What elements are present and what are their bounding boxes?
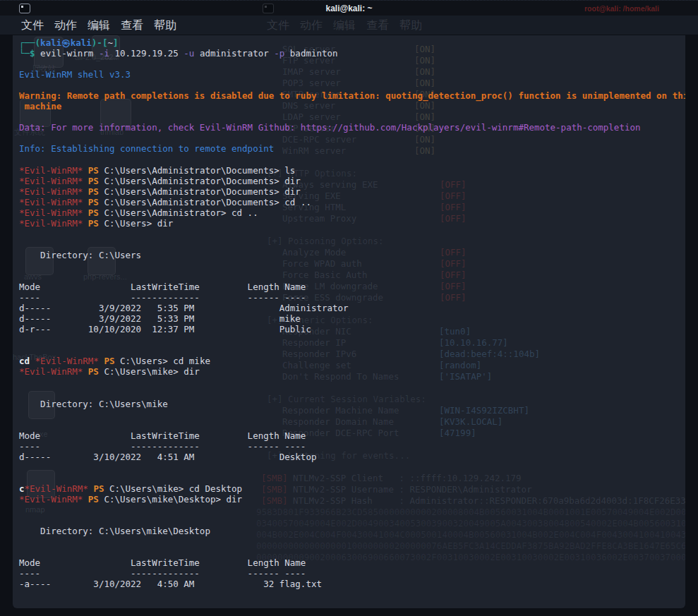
terminal-line: *Evil-WinRM* PS C:\Users\mike> dir (19, 366, 682, 377)
terminal-line: cd *Evil-WinRM* PS C:\Users> cd mike (19, 356, 682, 366)
terminal-line: Mode LastWriteTime Length Name (19, 557, 682, 568)
terminal-line (19, 547, 682, 557)
terminal-line: -a---- 3/10/2022 4:50 AM 32 flag.txt (19, 579, 682, 589)
terminal-line (19, 388, 682, 399)
menu-item-2[interactable]: 编辑 (88, 18, 110, 33)
terminal-line (19, 473, 682, 483)
terminal-line: Directory: C:\Users (19, 250, 682, 260)
menu-bg: 文件动作编辑查看帮助 (267, 18, 422, 33)
menu-item-0: 文件 (267, 18, 289, 33)
terminal-line: Directory: C:\Users\mike (19, 399, 682, 409)
terminal-line (19, 505, 682, 515)
terminal-line: *Evil-WinRM* PS C:\Users\Administrator\D… (19, 197, 682, 207)
desktop-screen: kali@kali: ~ root@kali: /home/kali 文件动作编… (0, 0, 698, 616)
terminal-line: d----- 3/9/2022 5:35 PM Administrator (19, 303, 682, 313)
terminal-output: ┌──(kali㉿kali)-[~]└─$ evil-winrm -i 10.1… (19, 37, 682, 589)
menu-item-3: 查看 (366, 18, 389, 33)
terminal-line: d-r--- 10/10/2020 12:37 PM Public (19, 324, 682, 334)
menu-item-2: 编辑 (333, 18, 356, 33)
terminal-line: *Evil-WinRM* PS C:\Users\Administrator\D… (19, 176, 682, 186)
terminal-line: Evil-WinRM shell v3.3 (19, 69, 682, 80)
terminal-line (19, 462, 682, 473)
terminal-line: Directory: C:\Users\mike\Desktop (19, 526, 682, 536)
terminal-menubar: 文件动作编辑查看帮助 文件动作编辑查看帮助 (0, 16, 698, 35)
terminal-line: *Evil-WinRM* PS C:\Users\Administrator\D… (19, 186, 682, 197)
terminal-window[interactable]: SQL server[ON]FTP server[ON]IMAP server[… (13, 35, 685, 608)
terminal-line (19, 155, 682, 165)
terminal-line: Info: Establishing connection to remote … (19, 143, 682, 154)
terminal-line (19, 133, 682, 143)
terminal-line: Mode LastWriteTime Length Name (19, 282, 682, 292)
terminal-line: *Evil-WinRM* PS C:\Users\Administrator\D… (19, 165, 682, 176)
terminal-line: *Evil-WinRM* PS C:\Users> dir (19, 218, 682, 229)
terminal-line (19, 345, 682, 356)
menu-item-1[interactable]: 动作 (54, 18, 77, 33)
terminal-line: *Evil-WinRM* PS C:\Users\mike\Desktop> d… (19, 494, 682, 505)
terminal-line (19, 260, 682, 271)
menu-fg: 文件动作编辑查看帮助 (21, 18, 176, 33)
background-window-title: root@kali: /home/kali (584, 4, 659, 13)
terminal-line (19, 271, 682, 282)
terminal-line (19, 80, 682, 90)
menu-item-3[interactable]: 查看 (121, 18, 143, 33)
terminal-line: d----- 3/10/2022 4:51 AM Desktop (19, 452, 682, 462)
terminal-line (19, 334, 682, 345)
terminal-line (19, 515, 682, 526)
menu-item-0[interactable]: 文件 (21, 18, 44, 33)
menu-item-4: 帮助 (399, 18, 422, 33)
terminal-line (19, 409, 682, 420)
terminal-line (19, 59, 682, 69)
terminal-line: machine (19, 101, 682, 111)
terminal-line: Mode LastWriteTime Length Name (19, 430, 682, 441)
terminal-line: d----- 3/9/2022 5:33 PM mike (19, 313, 682, 324)
terminal-line: c*Evil-WinRM* PS C:\Users\mike> cd Deskt… (19, 483, 682, 494)
terminal-line (19, 111, 682, 122)
menu-item-4[interactable]: 帮助 (154, 18, 176, 33)
terminal-titlebar[interactable]: kali@kali: ~ root@kali: /home/kali (0, 0, 698, 16)
terminal-line: ┌──(kali㉿kali)-[~] (19, 37, 682, 48)
terminal-line (19, 420, 682, 430)
terminal-line (19, 378, 682, 388)
terminal-line: Warning: Remote path completions is disa… (19, 90, 682, 101)
menu-item-1: 动作 (300, 18, 323, 33)
terminal-line (19, 239, 682, 250)
terminal-line: Data: For more information, check Evil-W… (19, 122, 682, 133)
terminal-line: *Evil-WinRM* PS C:\Users\Administrator> … (19, 207, 682, 218)
terminal-line (19, 536, 682, 547)
terminal-line: ---- ------------- ------ ---- (19, 441, 682, 452)
terminal-line: └─$ evil-winrm -i 10.129.19.25 -u admini… (19, 48, 682, 59)
terminal-line: ---- ------------- ------ ---- (19, 568, 682, 579)
terminal-line (19, 229, 682, 239)
terminal-line: ---- ------------- ------ ---- (19, 292, 682, 303)
